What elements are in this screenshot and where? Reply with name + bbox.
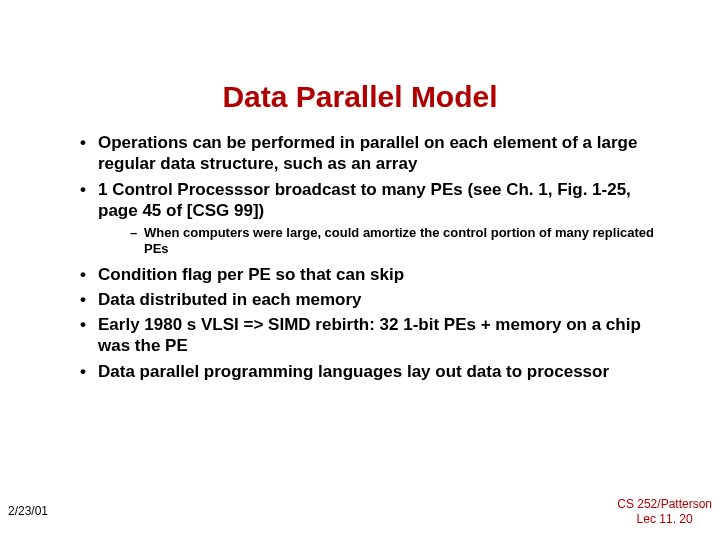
list-item: Condition flag per PE so that can skip: [80, 264, 670, 285]
bullet-text: When computers were large, could amortiz…: [144, 225, 654, 256]
slide: Data Parallel Model Operations can be pe…: [0, 0, 720, 540]
list-item: Data distributed in each memory: [80, 289, 670, 310]
footer-date: 2/23/01: [8, 504, 48, 518]
list-item: Operations can be performed in parallel …: [80, 132, 670, 175]
footer-course-line2: Lec 11. 20: [617, 512, 712, 526]
bullet-text: Condition flag per PE so that can skip: [98, 265, 404, 284]
bullet-text: 1 Control Processsor broadcast to many P…: [98, 180, 631, 220]
bullet-text: Data parallel programming languages lay …: [98, 362, 609, 381]
bullet-text: Data distributed in each memory: [98, 290, 362, 309]
bullet-text: Early 1980 s VLSI => SIMD rebirth: 32 1-…: [98, 315, 641, 355]
footer-course: CS 252/Patterson Lec 11. 20: [617, 497, 712, 526]
bullet-text: Operations can be performed in parallel …: [98, 133, 637, 173]
list-item: Early 1980 s VLSI => SIMD rebirth: 32 1-…: [80, 314, 670, 357]
bullet-list: Operations can be performed in parallel …: [50, 132, 670, 382]
list-item: Data parallel programming languages lay …: [80, 361, 670, 382]
footer-course-line1: CS 252/Patterson: [617, 497, 712, 511]
sub-list: When computers were large, could amortiz…: [98, 225, 670, 258]
list-item: When computers were large, could amortiz…: [130, 225, 670, 258]
list-item: 1 Control Processsor broadcast to many P…: [80, 179, 670, 258]
page-title: Data Parallel Model: [50, 80, 670, 114]
